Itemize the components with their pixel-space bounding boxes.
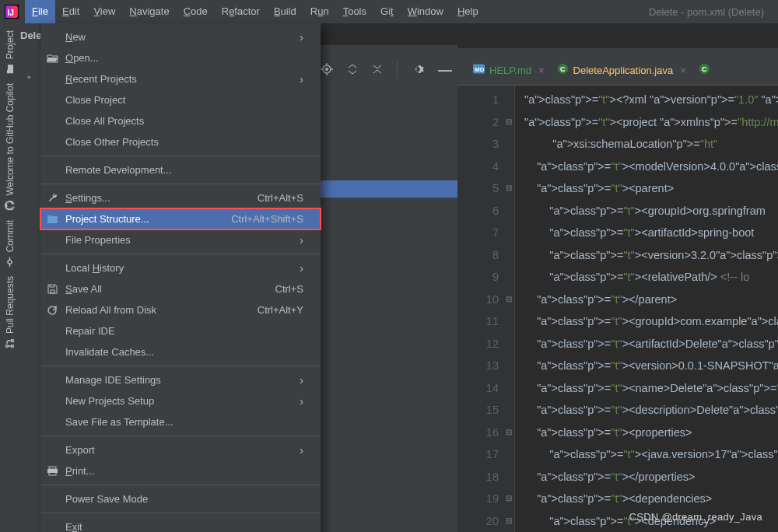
editor-tab-deleteapplication-java[interactable]: CDeleteApplication.java× xyxy=(552,60,691,80)
class-icon: C xyxy=(699,63,710,77)
menu-item-save-all[interactable]: Save AllCtrl+S xyxy=(40,278,321,299)
svg-point-11 xyxy=(326,68,328,70)
class-icon: C xyxy=(557,63,569,77)
menubar: IJ FileEditViewNavigateCodeRefactorBuild… xyxy=(0,0,778,23)
menubar-item-tools[interactable]: Tools xyxy=(336,0,373,23)
file-menu-dropdown: New›Open...Recent Projects›Close Project… xyxy=(40,23,321,532)
menubar-item-code[interactable]: Code xyxy=(177,0,215,23)
menu-item-file-properties[interactable]: File Properties› xyxy=(40,229,321,250)
menu-separator xyxy=(40,254,321,254)
svg-point-4 xyxy=(9,260,12,264)
editor-tab-help-md[interactable]: MDHELP.md× xyxy=(468,60,549,80)
menu-separator xyxy=(40,513,321,513)
reload-icon xyxy=(47,304,59,317)
menu-item-remote-development[interactable]: Remote Development... xyxy=(40,159,321,180)
gear-icon[interactable] xyxy=(412,63,424,78)
menu-separator xyxy=(40,366,321,366)
collapse-all-icon[interactable] xyxy=(372,64,383,77)
svg-rect-16 xyxy=(49,467,56,469)
menu-separator xyxy=(40,485,321,485)
project-root-expander[interactable]: ˅ xyxy=(26,75,32,86)
editor-tab[interactable]: C xyxy=(694,60,715,80)
gutter: 1⊟234⊟56789⊟101112131415⊟161718⊟19⊟20 xyxy=(457,86,515,532)
menubar-item-git[interactable]: Git xyxy=(373,0,401,23)
expand-all-icon[interactable] xyxy=(347,64,358,77)
menu-item-invalidate-caches[interactable]: Invalidate Caches... xyxy=(40,341,321,362)
menu-item-close-all-projects[interactable]: Close All Projects xyxy=(40,110,321,131)
md-icon: MD xyxy=(473,63,485,77)
menubar-item-view[interactable]: View xyxy=(86,0,122,23)
menu-separator xyxy=(40,156,321,156)
toolwindow-tab-commit[interactable]: Commit xyxy=(5,215,16,271)
open-icon xyxy=(47,52,59,65)
close-tab-icon[interactable]: × xyxy=(680,65,686,76)
target-icon[interactable] xyxy=(321,63,333,78)
menu-item-reload-all-from-disk[interactable]: Reload All from DiskCtrl+Alt+Y xyxy=(40,299,321,320)
menu-item-exit[interactable]: Exit xyxy=(40,516,321,532)
menu-item-close-other-projects[interactable]: Close Other Projects xyxy=(40,131,321,152)
svg-text:MD: MD xyxy=(475,66,485,73)
toolwindow-tab-pull-requests[interactable]: Pull Requests xyxy=(5,271,16,353)
window-title: Delete - pom.xml (Delete) xyxy=(649,6,773,18)
save-icon xyxy=(47,283,59,296)
menubar-item-build[interactable]: Build xyxy=(267,0,303,23)
menu-item-open[interactable]: Open... xyxy=(40,47,321,68)
editor-toolbar: — xyxy=(321,48,452,92)
svg-text:C: C xyxy=(560,65,566,73)
menubar-item-navigate[interactable]: Navigate xyxy=(122,0,176,23)
menu-item-manage-ide-settings[interactable]: Manage IDE Settings› xyxy=(40,369,321,390)
menu-item-close-project[interactable]: Close Project xyxy=(40,89,321,110)
menu-item-power-save-mode[interactable]: Power Save Mode xyxy=(40,488,321,509)
editor: 1⊟234⊟56789⊟101112131415⊟161718⊟19⊟20 "a… xyxy=(457,85,778,532)
code-area[interactable]: "a">class"p">="t"><?xml "a">version"p">=… xyxy=(515,86,778,532)
menu-item-export[interactable]: Export› xyxy=(40,439,321,460)
menu-item-new[interactable]: New› xyxy=(40,26,321,47)
menu-separator xyxy=(40,436,321,436)
menubar-item-edit[interactable]: Edit xyxy=(55,0,86,23)
menu-item-recent-projects[interactable]: Recent Projects› xyxy=(40,68,321,89)
menu-item-new-projects-setup[interactable]: New Projects Setup› xyxy=(40,390,321,411)
menubar-item-window[interactable]: Window xyxy=(401,0,450,23)
menu-item-local-history[interactable]: Local History› xyxy=(40,257,321,278)
svg-point-9 xyxy=(12,340,14,342)
svg-text:IJ: IJ xyxy=(7,9,13,17)
toolwindow-tab-welcome-to-github-copilot[interactable]: Welcome to GitHub Copilot xyxy=(5,79,16,215)
menu-item-settings[interactable]: Settings...Ctrl+Alt+S xyxy=(40,187,321,208)
svg-point-8 xyxy=(12,345,14,348)
hide-icon[interactable]: — xyxy=(438,62,452,79)
menu-separator xyxy=(40,184,321,184)
menubar-item-help[interactable]: Help xyxy=(450,0,485,23)
proj-icon xyxy=(47,213,59,226)
menu-item-repair-ide[interactable]: Repair IDE xyxy=(40,320,321,341)
separator xyxy=(397,61,398,79)
tool-window-stripe: ProjectWelcome to GitHub CopilotCommitPu… xyxy=(0,23,20,532)
svg-text:C: C xyxy=(702,65,707,73)
menu-item-project-structure[interactable]: Project Structure...Ctrl+Alt+Shift+S xyxy=(40,208,321,229)
print-icon xyxy=(47,465,59,478)
toolwindow-tab-project[interactable]: Project xyxy=(5,26,16,79)
close-tab-icon[interactable]: × xyxy=(538,65,545,76)
menubar-item-run[interactable]: Run xyxy=(303,0,336,23)
menu-item-print[interactable]: Print... xyxy=(40,460,321,481)
menubar-item-refactor[interactable]: Refactor xyxy=(215,0,267,23)
wrench-icon xyxy=(47,192,59,205)
menubar-item-file[interactable]: File xyxy=(25,0,55,23)
watermark: CSDN @dream_ready_Java xyxy=(629,511,762,523)
project-toolwindow-header[interactable]: Dele xyxy=(20,23,40,47)
menu-item-save-file-as-template[interactable]: Save File as Template... xyxy=(40,411,321,432)
app-icon: IJ xyxy=(5,5,19,19)
